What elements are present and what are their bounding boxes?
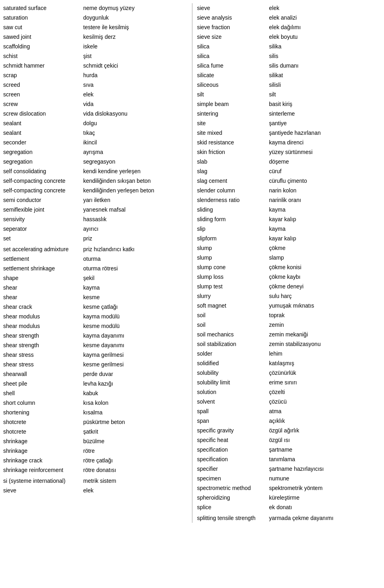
term-label: set <box>3 234 83 243</box>
translation-label: lehim <box>269 350 381 358</box>
translation-label: sinterleme <box>269 110 381 118</box>
translation-label: zemin <box>269 321 381 329</box>
term-label: slump test <box>197 282 269 291</box>
translation-label: kesme çatlağı <box>83 303 187 311</box>
left-column: saturated surfaceneme doymuş yüzeysatura… <box>0 3 190 523</box>
list-item: slumpslamp <box>197 253 381 262</box>
list-item: spectrometric methodspektrometrik yöntem <box>197 483 381 493</box>
term-label: slender column <box>197 186 269 195</box>
translation-label: şist <box>83 52 187 60</box>
list-item: short columnkısa kolon <box>3 398 187 408</box>
term-label: shell <box>3 389 83 398</box>
term-label: self-compacting concrete <box>3 177 83 185</box>
translation-label: yarmada çekme dayanımı <box>269 514 381 522</box>
translation-label: silis <box>269 52 381 60</box>
term-label: self consolidating <box>3 167 83 176</box>
list-item: sieve analysiselek analizi <box>197 13 381 22</box>
list-item: seperatorayırıcı <box>3 224 187 234</box>
term-label: shearwall <box>3 370 83 378</box>
translation-label: özgül ısı <box>269 436 381 444</box>
term-label: shear <box>3 293 83 302</box>
list-item: slumpçökme <box>197 243 381 253</box>
translation-label: testere ile kesilmiş <box>83 23 187 32</box>
term-label: screw dislocation <box>3 110 83 118</box>
list-item: sieveelek <box>3 486 187 495</box>
list-item: slump coneçökme konisi <box>197 262 381 272</box>
list-item: soil stabilizationzemin stabilizasyonu <box>197 339 381 349</box>
translation-label: kısalma <box>83 408 187 417</box>
term-label: short column <box>3 399 83 407</box>
list-item: siliceoussilisli <box>197 80 381 90</box>
translation-label: segregasyon <box>83 158 187 166</box>
list-item: slabdöşeme <box>197 157 381 166</box>
term-label: simple beam <box>197 100 269 108</box>
list-item: saw cuttestere ile kesilmiş <box>3 22 187 32</box>
term-label: slip <box>197 225 269 233</box>
translation-label: kesme <box>83 293 187 302</box>
translation-label: kesme gerilmesi <box>83 360 187 369</box>
list-item: segregationsegregasyon <box>3 157 187 166</box>
list-item: shrinkagebüzülme <box>3 436 187 446</box>
list-item: slump lossçökme kaybı <box>197 272 381 282</box>
term-label: soil <box>197 321 269 329</box>
list-item: specificationtanımlama <box>197 454 381 464</box>
translation-label: numune <box>269 474 381 483</box>
translation-label: vida <box>83 100 187 108</box>
translation-label: perde duvar <box>83 370 187 378</box>
term-label: slenderness ratio <box>197 196 269 204</box>
term-label: saw cut <box>3 23 83 32</box>
term-label: shortening <box>3 408 83 417</box>
list-item: self-compacting concretekendiliğinden sı… <box>3 176 187 186</box>
term-label: slipform <box>197 234 269 243</box>
list-item: shear stresskesme gerilmesi <box>3 360 187 369</box>
list-item: solubilityçözünürlük <box>197 368 381 378</box>
list-item: siteşantiye <box>197 118 381 128</box>
list-item: saturationdoygunluk <box>3 13 187 22</box>
translation-label: kayma <box>269 206 381 214</box>
translation-label: kayma <box>269 225 381 233</box>
translation-label: kayma <box>83 284 187 292</box>
right-column: sieveeleksieve analysiselek analizisieve… <box>194 3 384 523</box>
term-label: shotcrete <box>3 418 83 426</box>
list-item: silicasilika <box>197 42 381 51</box>
term-label: sheet pile <box>3 380 83 388</box>
term-label: settlement shrinkage <box>3 264 83 273</box>
list-item: shearkesme <box>3 292 187 302</box>
translation-label: silisli <box>269 81 381 89</box>
term-label: shrinkage <box>3 447 83 455</box>
list-item: saturated surfaceneme doymuş yüzey <box>3 3 187 13</box>
list-item: shellkabuk <box>3 388 187 398</box>
translation-label: silika <box>269 42 381 51</box>
list-item: spheroidizingküreleştirme <box>197 493 381 502</box>
term-label: semiflexible joint <box>3 206 83 214</box>
translation-label: oturma rötresi <box>83 264 187 273</box>
list-item: soil mechanicszemin mekaniği <box>197 330 381 339</box>
translation-label: çökme <box>269 244 381 252</box>
term-label: sieve size <box>197 33 269 41</box>
list-item: slidingkayma <box>197 205 381 214</box>
term-label: scaffolding <box>3 42 83 51</box>
translation-label: sulu harç <box>269 292 381 300</box>
list-item: seconderikincil <box>3 138 187 147</box>
term-label: shear modulus <box>3 322 83 330</box>
translation-label: şekil <box>83 274 187 282</box>
term-label: shear <box>3 284 83 292</box>
list-item: shorteningkısalma <box>3 408 187 417</box>
translation-label: çökme deneyi <box>269 282 381 291</box>
list-item: soiltoprak <box>197 310 381 320</box>
list-item: screedsıva <box>3 80 187 90</box>
translation-label: zemin stabilizasyonu <box>269 340 381 348</box>
term-label: specifier <box>197 465 269 473</box>
list-item: sheet pilelevha kazığı <box>3 379 187 388</box>
list-item: segregationayrışma <box>3 147 187 157</box>
translation-label: zemin mekaniği <box>269 330 381 339</box>
term-label: solvent <box>197 398 269 406</box>
translation-label: kayma modülü <box>83 312 187 321</box>
term-label: site <box>197 119 269 128</box>
translation-label: spektrometrik yöntem <box>269 484 381 492</box>
list-item: scaffoldingiskele <box>3 42 187 51</box>
term-label: screen <box>3 90 83 99</box>
term-label: set accelerating admixture <box>3 245 83 254</box>
translation-label: katılaşmış <box>269 359 381 368</box>
translation-label: kesilmiş derz <box>83 33 187 41</box>
